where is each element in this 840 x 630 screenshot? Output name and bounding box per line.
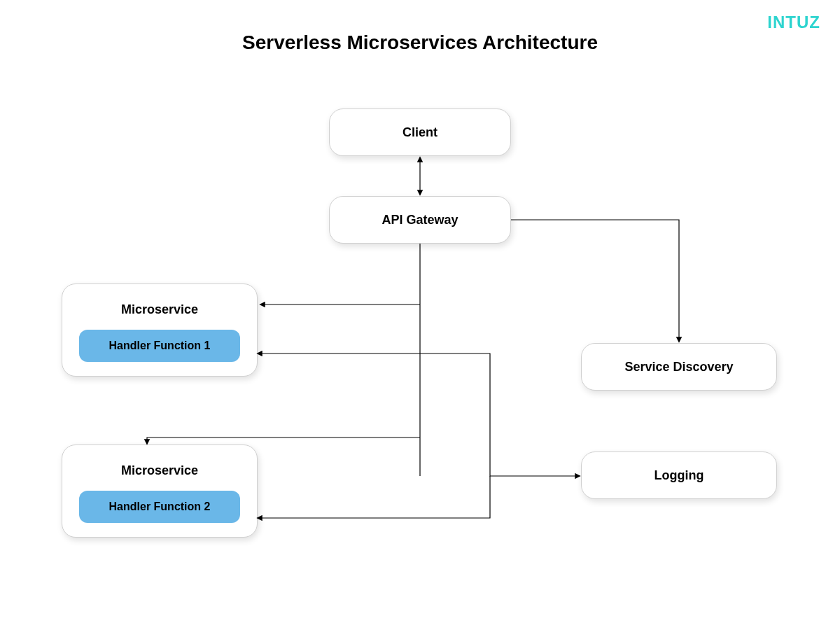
handler-function-1: Handler Function 1	[79, 330, 240, 362]
edge-handler2-logging	[258, 476, 490, 518]
node-logging: Logging	[581, 451, 777, 499]
node-client: Client	[329, 108, 511, 156]
node-service-discovery-label: Service Discovery	[624, 360, 733, 374]
microservice-1-title: Microservice	[121, 302, 198, 317]
node-api-gateway: API Gateway	[329, 196, 511, 244]
node-client-label: Client	[402, 125, 438, 140]
node-microservice-2: Microservice Handler Function 2	[62, 444, 258, 538]
node-service-discovery: Service Discovery	[581, 343, 777, 391]
edge-apigateway-servicediscovery	[511, 220, 679, 342]
brand-logo: INTUZ	[767, 13, 820, 32]
handler-function-2: Handler Function 2	[79, 491, 240, 523]
node-microservice-1: Microservice Handler Function 1	[62, 284, 258, 377]
edge-handler1-logging	[258, 354, 580, 476]
node-logging-label: Logging	[654, 468, 704, 483]
microservice-2-title: Microservice	[121, 463, 198, 478]
diagram-title: Serverless Microservices Architecture	[242, 31, 598, 54]
edge-trunk-microservice2	[147, 438, 420, 444]
node-api-gateway-label: API Gateway	[382, 213, 458, 227]
